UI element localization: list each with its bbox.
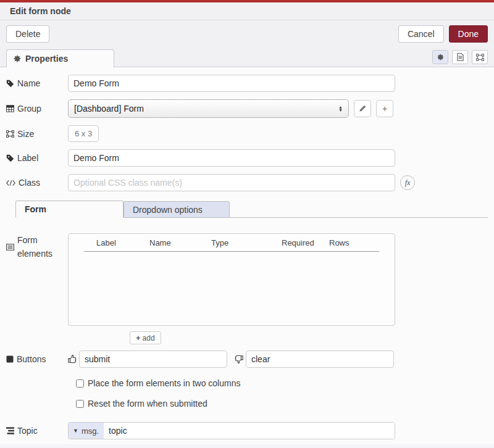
edit-node-tray: Edit form node Delete Cancel Done Proper… [0, 0, 494, 448]
submit-button-label-input[interactable] [79, 351, 227, 368]
group-label: Group [6, 104, 68, 114]
editor-tabbar: Properties [0, 48, 494, 67]
group-select-value: [Dashboard] Form [74, 104, 144, 114]
tag-icon [6, 154, 14, 162]
gear-icon [13, 55, 21, 63]
column-header: Rows [329, 238, 379, 247]
form-elements-section: Form elements Label Name Type Required R… [6, 233, 488, 344]
label-input[interactable] [68, 149, 395, 167]
doc-icon [457, 53, 464, 61]
form-elements-header: Label Name Type Required Rows [84, 238, 379, 252]
class-row: Class fx [6, 174, 488, 191]
reset-form-checkbox-label: Reset the form when submitted [88, 399, 207, 409]
tasks-icon [6, 427, 14, 434]
topic-type-selector[interactable]: ▼ msg. [69, 423, 104, 439]
name-label: Name [6, 78, 68, 88]
column-header: Type [211, 238, 282, 247]
node-settings-button[interactable] [432, 50, 448, 64]
editor-tab-icons [432, 50, 488, 64]
plus-icon: + [382, 104, 387, 114]
form-subtabs: Form Dropdown options [15, 200, 488, 218]
fx-button[interactable]: fx [400, 175, 415, 190]
plus-icon: + [136, 333, 141, 342]
two-columns-checkbox-label: Place the form elements in two columns [88, 378, 240, 388]
class-input[interactable] [68, 174, 395, 191]
object-group-icon [476, 54, 484, 61]
column-header: Name [149, 238, 211, 247]
label-label: Label [6, 153, 68, 163]
label-row: Label [6, 149, 488, 167]
size-button[interactable]: 6 x 3 [68, 125, 99, 142]
topic-typed-input: ▼ msg. [68, 422, 395, 439]
dialog-title: Edit form node [0, 2, 494, 20]
tray-toolbar: Delete Cancel Done [0, 20, 494, 48]
thumbs-down-icon [235, 355, 243, 363]
two-columns-checkbox-row: Place the form elements in two columns [76, 378, 488, 388]
reset-form-checkbox[interactable] [76, 400, 84, 408]
topic-row: Topic ▼ msg. [6, 422, 488, 439]
select-arrows-icon: ▲▼ [338, 106, 343, 112]
name-input[interactable] [68, 75, 395, 92]
group-row: Group [Dashboard] Form ▲▼ + [6, 99, 488, 118]
subtab-dropdown-options[interactable]: Dropdown options [124, 201, 230, 218]
gear-icon [437, 54, 444, 61]
subtab-form[interactable]: Form [15, 201, 124, 218]
name-row: Name [6, 75, 488, 92]
toolbar-right: Cancel Done [398, 25, 488, 43]
square-icon [6, 355, 14, 363]
two-columns-checkbox[interactable] [76, 380, 84, 388]
thumbs-up-icon [68, 355, 77, 363]
node-appearance-button[interactable] [472, 50, 488, 64]
done-button[interactable]: Done [449, 25, 488, 43]
reset-form-checkbox-row: Reset the form when submitted [76, 399, 488, 409]
table-icon [6, 105, 14, 112]
topic-label: Topic [6, 426, 68, 436]
tag-icon [6, 80, 14, 88]
properties-panel: Name Group [Dashboard] Form ▲▼ [0, 67, 494, 444]
tab-properties[interactable]: Properties [6, 49, 114, 67]
group-select[interactable]: [Dashboard] Form ▲▼ [68, 99, 349, 118]
add-element-button[interactable]: + add [130, 331, 161, 344]
delete-button[interactable]: Delete [6, 25, 49, 43]
column-header: Required [282, 238, 329, 247]
cancel-button[interactable]: Cancel [398, 25, 444, 43]
form-elements-editor: Label Name Type Required Rows + add [68, 233, 395, 344]
topic-type-label: msg. [82, 426, 99, 436]
edit-group-button[interactable] [354, 100, 371, 117]
list-alt-icon [6, 244, 14, 251]
topic-input[interactable] [104, 423, 395, 439]
form-elements-list[interactable]: Label Name Type Required Rows [68, 233, 395, 326]
buttons-row: Buttons [6, 351, 488, 368]
tab-properties-label: Properties [25, 54, 68, 64]
caret-down-icon: ▼ [73, 428, 78, 434]
form-elements-label: Form elements [6, 233, 68, 261]
class-label: Class [6, 178, 68, 188]
pencil-icon [359, 105, 366, 112]
object-group-icon [6, 130, 14, 138]
clear-button-label-input[interactable] [246, 351, 394, 368]
fx-icon: fx [405, 178, 411, 188]
code-icon [6, 180, 15, 186]
buttons-label: Buttons [6, 354, 68, 364]
size-row: Size 6 x 3 [6, 125, 488, 142]
column-header: Label [84, 238, 149, 247]
add-group-button[interactable]: + [376, 100, 393, 117]
node-description-button[interactable] [452, 50, 468, 64]
size-label: Size [6, 129, 68, 139]
